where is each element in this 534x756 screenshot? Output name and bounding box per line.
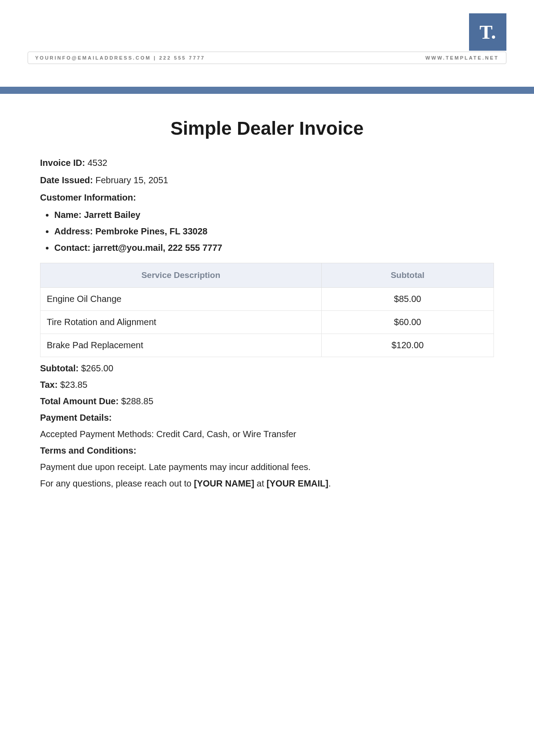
- total-due-line: Total Amount Due: $288.85: [40, 396, 494, 406]
- accent-bar: [0, 87, 534, 94]
- table-row: Engine Oil Change $85.00: [40, 288, 494, 311]
- subtotal-label: Subtotal: [40, 363, 76, 373]
- customer-contact-email: jarrett@you.mail: [93, 243, 163, 253]
- header-info-bar: YOURINFO@EMAILADDRESS.COM | 222 555 7777…: [28, 52, 506, 64]
- page-title: Simple Dealer Invoice: [40, 118, 494, 139]
- terms-text: Payment due upon receipt. Late payments …: [40, 462, 494, 472]
- contact-middle: at: [254, 479, 267, 488]
- service-subtotal: $85.00: [321, 288, 494, 311]
- service-subtotal: $120.00: [321, 334, 494, 357]
- customer-address-label: Address: [54, 226, 90, 236]
- customer-name-line: Name: Jarrett Bailey: [54, 210, 494, 220]
- payment-details-text: Accepted Payment Methods: Credit Card, C…: [40, 429, 494, 439]
- table-row: Brake Pad Replacement $120.00: [40, 334, 494, 357]
- service-description: Brake Pad Replacement: [40, 334, 322, 357]
- service-subtotal: $60.00: [321, 311, 494, 334]
- customer-contact-label: Contact: [54, 243, 87, 253]
- customer-name-label: Name: [54, 210, 78, 220]
- tax-label: Tax: [40, 380, 55, 390]
- customer-info-heading: Customer Information:: [40, 193, 494, 203]
- customer-name-value: Jarrett Bailey: [84, 210, 141, 220]
- services-table: Service Description Subtotal Engine Oil …: [40, 263, 494, 357]
- brand-logo-text: T.: [479, 21, 496, 44]
- col-header-subtotal: Subtotal: [321, 263, 494, 288]
- subtotal-value: $265.00: [81, 363, 113, 373]
- header-website-text: WWW.TEMPLATE.NET: [425, 55, 499, 60]
- payment-details-heading: Payment Details:: [40, 413, 494, 423]
- contact-name-placeholder: [YOUR NAME]: [194, 479, 255, 488]
- col-header-description: Service Description: [40, 263, 322, 288]
- contact-email-placeholder: [YOUR EMAIL]: [267, 479, 328, 488]
- tax-value: $23.85: [60, 380, 87, 390]
- date-issued-line: Date Issued: February 15, 2051: [40, 175, 494, 185]
- invoice-id-line: Invoice ID: 4532: [40, 158, 494, 168]
- date-issued-label: Date Issued: [40, 175, 90, 185]
- tax-line: Tax: $23.85: [40, 380, 494, 390]
- total-due-label: Total Amount Due: [40, 396, 116, 406]
- customer-info-list: Name: Jarrett Bailey Address: Pembroke P…: [40, 210, 494, 253]
- service-description: Engine Oil Change: [40, 288, 322, 311]
- header-contact-text: YOURINFO@EMAILADDRESS.COM | 222 555 7777: [35, 55, 205, 60]
- customer-contact-phone: 222 555 7777: [168, 243, 222, 253]
- invoice-content: Simple Dealer Invoice Invoice ID: 4532 D…: [40, 118, 494, 495]
- subtotal-line: Subtotal: $265.00: [40, 363, 494, 374]
- customer-address-value: Pembroke Pines, FL 33028: [95, 226, 207, 236]
- contact-line: For any questions, please reach out to […: [40, 479, 494, 489]
- contact-prefix: For any questions, please reach out to: [40, 479, 194, 488]
- contact-suffix: .: [328, 479, 331, 488]
- customer-address-line: Address: Pembroke Pines, FL 33028: [54, 226, 494, 237]
- total-due-value: $288.85: [121, 396, 153, 406]
- table-row: Tire Rotation and Alignment $60.00: [40, 311, 494, 334]
- date-issued-value: February 15, 2051: [95, 175, 168, 185]
- terms-heading: Terms and Conditions:: [40, 446, 494, 456]
- table-header-row: Service Description Subtotal: [40, 263, 494, 288]
- invoice-id-value: 4532: [88, 158, 108, 168]
- brand-logo: T.: [469, 13, 506, 51]
- service-description: Tire Rotation and Alignment: [40, 311, 322, 334]
- customer-contact-line: Contact: jarrett@you.mail, 222 555 7777: [54, 243, 494, 253]
- invoice-id-label: Invoice ID: [40, 158, 82, 168]
